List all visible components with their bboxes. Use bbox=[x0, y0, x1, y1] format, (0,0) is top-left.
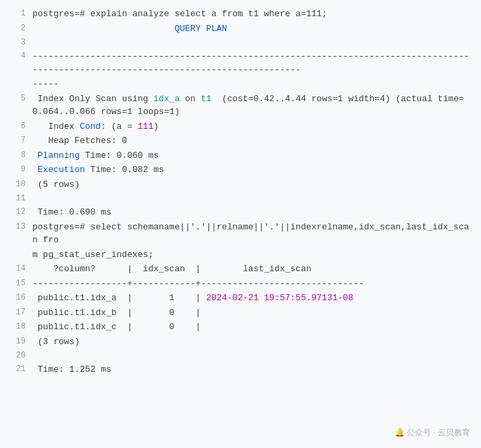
terminal-line: 8 Planning Time: 0.060 ms bbox=[0, 148, 481, 163]
line-content: ?column? | idx_scan | last_idx_scan bbox=[32, 262, 474, 276]
line-number: 15 bbox=[7, 277, 26, 289]
terminal-line: 19 (3 rows) bbox=[0, 335, 481, 349]
watermark: 🔔 公众号 · 云贝教育 bbox=[395, 427, 470, 439]
line-content: public.t1.idx_a | 1 | 2024-02-21 19:57:5… bbox=[32, 291, 474, 305]
terminal-line: ----- bbox=[0, 77, 481, 92]
terminal-line: 17 public.t1.idx_b | 0 | bbox=[0, 306, 481, 320]
terminal-line: 7 Heap Fetches: 0 bbox=[0, 134, 481, 148]
line-content: Planning Time: 0.060 ms bbox=[32, 149, 474, 163]
terminal-line: 10 (5 rows) bbox=[0, 177, 481, 192]
line-content: postgres=# select schemaname||'.'||relna… bbox=[32, 221, 474, 247]
line-number: 6 bbox=[7, 120, 26, 132]
line-content: ------------------+------------+--------… bbox=[32, 277, 474, 291]
line-number: 9 bbox=[7, 163, 26, 175]
line-number: 4 bbox=[7, 50, 26, 62]
line-number: 12 bbox=[7, 206, 26, 218]
line-content: Execution Time: 0.082 ms bbox=[32, 163, 474, 177]
watermark-text: 公众号 · 云贝教育 bbox=[407, 428, 470, 437]
line-number: 10 bbox=[7, 178, 26, 190]
line-number: 16 bbox=[7, 291, 26, 304]
terminal-line: 21 Time: 1.252 ms bbox=[0, 362, 481, 377]
line-content: postgres=# explain analyze select a from… bbox=[32, 7, 474, 21]
line-content: ----- bbox=[32, 78, 474, 91]
line-number: 20 bbox=[7, 349, 26, 362]
line-number: 8 bbox=[7, 149, 26, 161]
line-number: 1 bbox=[7, 7, 26, 20]
terminal-line: 9 Execution Time: 0.082 ms bbox=[0, 163, 481, 177]
terminal-line: 3 bbox=[0, 36, 481, 49]
line-number: 2 bbox=[7, 22, 26, 34]
terminal-line: 12 Time: 0.690 ms bbox=[0, 205, 481, 220]
line-content: Time: 0.690 ms bbox=[32, 206, 474, 219]
terminal-line: 13postgres=# select schemaname||'.'||rel… bbox=[0, 220, 481, 248]
line-content: Heap Fetches: 0 bbox=[32, 134, 474, 148]
terminal-line: 6 Index Cond: (a = 111) bbox=[0, 119, 481, 134]
line-content: Index Cond: (a = 111) bbox=[32, 120, 474, 134]
line-content: QUERY PLAN bbox=[32, 22, 474, 36]
line-content: m pg_stat_user_indexes; bbox=[32, 248, 474, 262]
terminal-line: 15------------------+------------+------… bbox=[0, 277, 481, 291]
terminal-line: 18 public.t1.idx_c | 0 | bbox=[0, 320, 481, 335]
line-content: public.t1.idx_c | 0 | bbox=[32, 320, 474, 334]
line-number: 7 bbox=[7, 134, 26, 146]
line-content: public.t1.idx_b | 0 | bbox=[32, 306, 474, 320]
terminal-line: m pg_stat_user_indexes; bbox=[0, 248, 481, 262]
line-number: 11 bbox=[7, 192, 26, 204]
terminal-line: 2 QUERY PLAN bbox=[0, 22, 481, 36]
terminal-line: 14 ?column? | idx_scan | last_idx_scan bbox=[0, 262, 481, 277]
terminal-line: 4---------------------------------------… bbox=[0, 49, 481, 77]
terminal-line: 20 bbox=[0, 349, 481, 362]
watermark-icon: 🔔 bbox=[395, 428, 405, 437]
line-content: (5 rows) bbox=[32, 178, 474, 192]
line-number: 14 bbox=[7, 262, 26, 275]
terminal-line: 11 bbox=[0, 192, 481, 205]
line-number: 17 bbox=[7, 306, 26, 318]
terminal-line: 1postgres=# explain analyze select a fro… bbox=[0, 7, 481, 22]
line-number: 13 bbox=[7, 221, 26, 233]
line-number: 21 bbox=[7, 363, 26, 375]
terminal: 1postgres=# explain analyze select a fro… bbox=[0, 0, 481, 448]
line-content: Time: 1.252 ms bbox=[32, 363, 474, 376]
terminal-line: 16 public.t1.idx_a | 1 | 2024-02-21 19:5… bbox=[0, 291, 481, 306]
line-content: Index Only Scan using idx_a on t1 (cost=… bbox=[32, 92, 474, 119]
line-number: 5 bbox=[7, 92, 26, 105]
line-content: (3 rows) bbox=[32, 335, 474, 349]
line-number: 3 bbox=[7, 36, 26, 49]
line-number: 19 bbox=[7, 335, 26, 347]
terminal-line: 5 Index Only Scan using idx_a on t1 (cos… bbox=[0, 92, 481, 119]
line-number: 18 bbox=[7, 320, 26, 333]
line-content: ----------------------------------------… bbox=[32, 50, 474, 76]
